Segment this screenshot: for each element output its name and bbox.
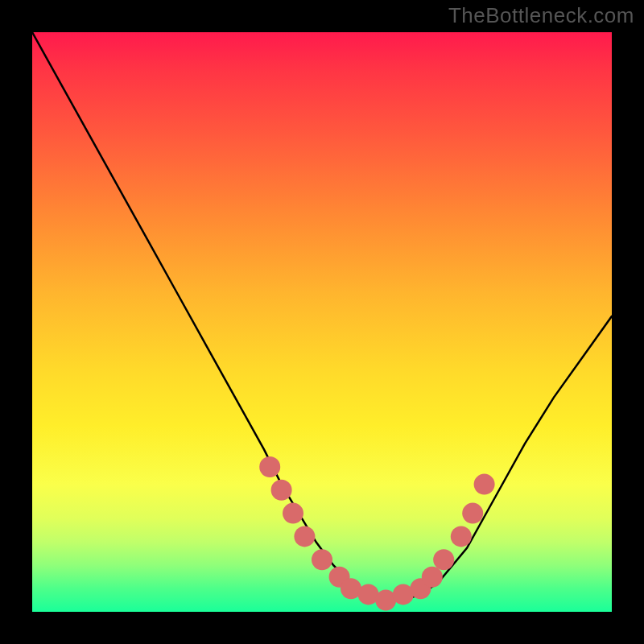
marker-dot (462, 503, 483, 524)
marker-dot (433, 549, 454, 570)
chart-container: TheBottleneck.com (0, 0, 644, 644)
marker-dot (259, 456, 280, 477)
marker-dot (294, 526, 315, 547)
marker-dot (451, 526, 472, 547)
marker-dot (283, 503, 303, 524)
marker-dot (422, 567, 443, 588)
bottleneck-curve (32, 32, 612, 601)
watermark: TheBottleneck.com (448, 3, 634, 28)
curve-markers (259, 456, 494, 611)
marker-dot (312, 549, 332, 570)
marker-dot (474, 474, 495, 495)
marker-dot (271, 480, 292, 501)
curve-svg (32, 32, 612, 612)
plot-area (32, 32, 612, 612)
